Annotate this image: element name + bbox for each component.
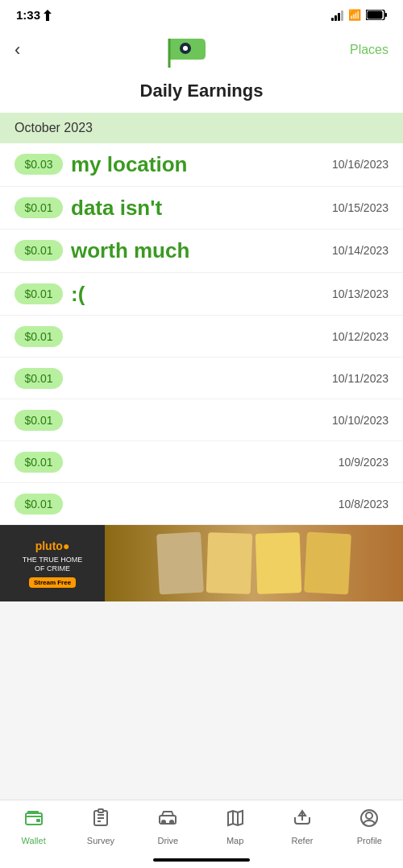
svg-marker-16: [228, 811, 243, 825]
map-icon: [226, 808, 245, 833]
ad-free-badge: Stream Free: [29, 577, 76, 588]
status-time: 1:33: [16, 8, 40, 22]
places-link[interactable]: Places: [350, 43, 388, 57]
status-bar: 1:33 📶: [0, 0, 403, 26]
svg-point-15: [170, 820, 173, 824]
drive-label: Drive: [157, 836, 178, 845]
svg-point-14: [162, 820, 165, 824]
amount-badge: $0.01: [15, 452, 63, 473]
overlay-text: worth much: [63, 239, 332, 262]
wallet-label: Wallet: [22, 836, 46, 845]
back-button[interactable]: ‹: [15, 39, 20, 60]
app-logo: [161, 32, 210, 68]
location-icon: [44, 10, 52, 21]
cork-item-1: [156, 532, 204, 595]
app-header: ‹ Places: [0, 26, 403, 77]
map-label: Map: [226, 836, 243, 845]
cork-item-4: [304, 532, 351, 595]
amount-badge: $0.01: [15, 410, 63, 431]
ad-tagline: THE TRUE HOMEOF CRIME: [23, 556, 82, 574]
signal-icon: [331, 10, 343, 21]
battery-icon: [366, 10, 387, 20]
earning-row: $0.01worth much10/14/2023: [0, 229, 403, 273]
home-indicator: [153, 858, 250, 862]
pluto-text: pluto: [35, 539, 63, 552]
nav-map[interactable]: Map: [202, 808, 268, 845]
earning-date: 10/9/2023: [339, 456, 388, 469]
month-header: October 2023: [0, 113, 403, 143]
earning-date: 10/12/2023: [332, 330, 388, 343]
earning-date: 10/11/2023: [332, 372, 388, 385]
nav-drive[interactable]: Drive: [135, 808, 202, 845]
pluto-accent: ●: [63, 539, 69, 552]
earning-date: 10/16/2023: [332, 158, 388, 171]
svg-rect-12: [98, 809, 103, 812]
cork-item-2: [206, 532, 253, 594]
svg-rect-2: [368, 11, 383, 19]
wifi-icon: 📶: [348, 9, 361, 21]
earning-row: $0.0110/12/2023: [0, 316, 403, 358]
earning-row: $0.0110/10/2023: [0, 399, 403, 441]
svg-point-4: [183, 46, 188, 51]
wallet-icon: [24, 808, 44, 833]
earning-date: 10/13/2023: [332, 287, 388, 300]
svg-rect-6: [36, 819, 40, 822]
nav-wallet[interactable]: Wallet: [0, 808, 67, 845]
nav-refer[interactable]: Refer: [268, 808, 335, 845]
overlay-text: :(: [63, 283, 332, 306]
profile-label: Profile: [357, 836, 382, 845]
earning-row: $0.01data isn't10/15/2023: [0, 187, 403, 230]
status-icons: 📶: [331, 9, 387, 21]
svg-point-22: [366, 812, 372, 819]
svg-rect-1: [385, 13, 388, 17]
earning-date: 10/10/2023: [332, 414, 388, 427]
ad-banner[interactable]: pluto● THE TRUE HOMEOF CRIME Stream Free: [0, 525, 403, 601]
page-title: Daily Earnings: [0, 77, 403, 113]
earning-date: 10/8/2023: [339, 498, 388, 510]
refer-label: Refer: [292, 836, 314, 845]
profile-icon: [359, 808, 379, 833]
drive-icon: [158, 808, 177, 833]
ad-brand: pluto● THE TRUE HOMEOF CRIME Stream Free: [0, 525, 105, 601]
nav-survey[interactable]: Survey: [67, 808, 134, 845]
survey-icon: [91, 808, 110, 833]
earning-row: $0.0110/8/2023: [0, 483, 403, 525]
survey-label: Survey: [87, 836, 114, 845]
cork-item-3: [256, 532, 302, 594]
earning-row: $0.0110/9/2023: [0, 441, 403, 483]
earning-row: $0.01:(10/13/2023: [0, 273, 403, 316]
earning-date: 10/15/2023: [332, 201, 388, 214]
earning-date: 10/14/2023: [332, 244, 388, 257]
amount-badge: $0.01: [15, 197, 63, 218]
svg-rect-7: [27, 811, 39, 814]
nav-profile[interactable]: Profile: [336, 808, 403, 845]
ad-image: [105, 525, 403, 601]
earnings-list: $0.03my location10/16/2023$0.01data isn'…: [0, 143, 403, 525]
refer-icon: [293, 808, 312, 833]
overlay-text: data isn't: [63, 196, 332, 220]
earning-row: $0.0110/11/2023: [0, 358, 403, 399]
amount-badge: $0.01: [15, 368, 63, 389]
amount-badge: $0.01: [15, 326, 63, 347]
amount-badge: $0.01: [15, 283, 63, 304]
amount-badge: $0.03: [15, 154, 63, 175]
amount-badge: $0.01: [15, 494, 63, 515]
amount-badge: $0.01: [15, 240, 63, 261]
logo-flag-svg: [161, 32, 210, 68]
overlay-text: my location: [63, 153, 332, 176]
earning-row: $0.03my location10/16/2023: [0, 143, 403, 187]
